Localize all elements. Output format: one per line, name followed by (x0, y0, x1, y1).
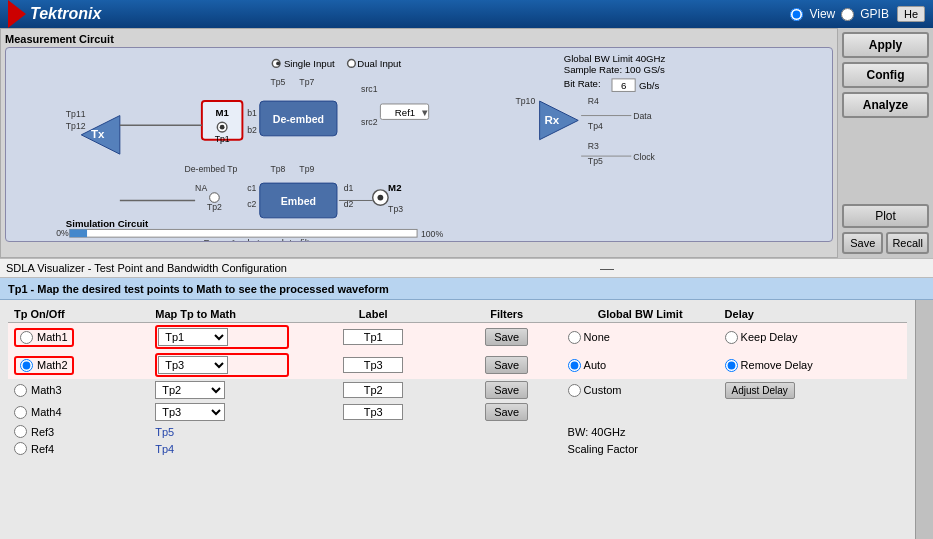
map-select-math3[interactable]: Tp1Tp2Tp3Tp4Tp5 (155, 381, 225, 399)
filter-cell-math2: Save (452, 351, 562, 379)
minimize-button[interactable]: — (600, 260, 614, 276)
plot-button[interactable]: Plot (842, 204, 929, 228)
label-cell-ref3 (295, 423, 452, 440)
math4-radio[interactable] (14, 406, 27, 419)
bottom-main: Tp On/Off Map Tp to Math Label Filters G… (0, 300, 915, 539)
map-select-math4[interactable]: Tp1Tp2Tp3Tp4Tp5 (155, 403, 225, 421)
sample-rate-text: Sample Rate: 100 GS/s (564, 64, 665, 75)
svg-point-42 (378, 195, 384, 201)
config-button[interactable]: Config (842, 62, 929, 88)
filter-cell-math4: Save (452, 401, 562, 423)
header: Tektronix View GPIB He (0, 0, 933, 28)
bw-cell-math4 (562, 401, 719, 423)
table-row: Math4 Tp1Tp2Tp3Tp4Tp5 Save (8, 401, 907, 423)
map-cell-math2: Tp1Tp2Tp3Tp4Tp5 (149, 351, 294, 379)
logo-text: Tektronix (30, 5, 101, 23)
gpib-radio[interactable] (841, 8, 854, 21)
adjust-delay-button[interactable]: Adjust Delay (725, 382, 795, 399)
label-cell-ref4 (295, 440, 452, 457)
none-radio[interactable] (568, 331, 581, 344)
svg-text:Embed: Embed (281, 195, 316, 207)
math1-label: Math1 (37, 331, 68, 343)
svg-text:Tp4: Tp4 (588, 121, 603, 131)
svg-text:src1: src1 (361, 84, 378, 94)
table-row: Math1 Tp1Tp2Tp3Tp4Tp5 Sa (8, 323, 907, 352)
keep-delay-radio[interactable] (725, 331, 738, 344)
svg-text:Tp8: Tp8 (270, 164, 285, 174)
map-cell-math4: Tp1Tp2Tp3Tp4Tp5 (149, 401, 294, 423)
delay-cell-math4 (719, 401, 907, 423)
circuit-diagram: Global BW Limit 40GHz Sample Rate: 100 G… (5, 47, 833, 242)
svg-text:c1: c1 (247, 183, 256, 193)
filter-save-math1[interactable]: Save (485, 328, 528, 346)
dual-input-label: Dual Input (357, 58, 401, 69)
label-input-math4[interactable] (343, 404, 403, 420)
label-input-math2[interactable] (343, 357, 403, 373)
ref4-radio[interactable] (14, 442, 27, 455)
svg-text:Ref1: Ref1 (395, 107, 415, 118)
map-select-math2[interactable]: Tp1Tp2Tp3Tp4Tp5 (158, 356, 228, 374)
global-bw-text: Global BW Limit 40GHz (564, 53, 666, 64)
bw-cell-math3: Custom (562, 379, 719, 401)
table-row: Ref4 Tp4 Scaling Factor (8, 440, 907, 457)
tp-cell-math4: Math4 (8, 401, 149, 423)
recall-button[interactable]: Recall (886, 232, 929, 254)
filter-save-math4[interactable]: Save (485, 403, 528, 421)
svg-point-32 (210, 193, 220, 203)
status-title: SDLA Visualizer - Test Point and Bandwid… (6, 262, 287, 274)
filter-save-math2[interactable]: Save (485, 356, 528, 374)
tp-cell-math2: Math2 (8, 351, 149, 379)
remove-delay-radio[interactable] (725, 359, 738, 372)
analyze-button[interactable]: Analyze (842, 92, 929, 118)
svg-text:Clock: Clock (633, 152, 655, 162)
auto-label: Auto (584, 359, 607, 371)
status-bar: SDLA Visualizer - Test Point and Bandwid… (0, 258, 933, 278)
custom-radio[interactable] (568, 384, 581, 397)
remove-delay-label: Remove Delay (741, 359, 813, 371)
svg-text:Tp2: Tp2 (207, 202, 222, 212)
svg-text:b1: b1 (247, 108, 257, 118)
svg-text:Tp3: Tp3 (388, 204, 403, 214)
table-row: Ref3 Tp5 BW: 40GHz (8, 423, 907, 440)
map-cell-math1: Tp1Tp2Tp3Tp4Tp5 (149, 323, 294, 352)
math3-radio[interactable] (14, 384, 27, 397)
save-button[interactable]: Save (842, 232, 883, 254)
math3-label: Math3 (31, 384, 62, 396)
circuit-title: Measurement Circuit (5, 33, 833, 45)
tp-cell-math3: Math3 (8, 379, 149, 401)
view-radio[interactable] (790, 8, 803, 21)
col-header-globalbw: Global BW Limit (562, 306, 719, 323)
label-input-math1[interactable] (343, 329, 403, 345)
apply-button[interactable]: Apply (842, 32, 929, 58)
svg-text:src2: src2 (361, 117, 378, 127)
tp-cell-math1: Math1 (8, 323, 149, 352)
svg-text:M1: M1 (215, 107, 229, 118)
filter-save-math3[interactable]: Save (485, 381, 528, 399)
delay-cell-math3: Adjust Delay (719, 379, 907, 401)
auto-radio[interactable] (568, 359, 581, 372)
none-label: None (584, 331, 610, 343)
label-input-math3[interactable] (343, 382, 403, 398)
svg-text:c2: c2 (247, 199, 256, 209)
help-button[interactable]: He (897, 6, 925, 22)
label-cell-math2 (295, 351, 452, 379)
map-select-math1[interactable]: Tp1Tp2Tp3Tp4Tp5 (158, 328, 228, 346)
svg-text:0%: 0% (56, 228, 69, 238)
bit-rate-label: Bit Rate: (564, 78, 601, 89)
svg-text:Tp9: Tp9 (299, 164, 314, 174)
svg-text:Simulation Circuit: Simulation Circuit (66, 218, 149, 229)
filter-cell-ref3 (452, 423, 562, 440)
keep-delay-label: Keep Delay (741, 331, 798, 343)
svg-text:De-embed Tp: De-embed Tp (185, 164, 238, 174)
svg-text:Tp12: Tp12 (66, 121, 86, 131)
gpib-label: GPIB (860, 7, 889, 21)
ref4-label: Ref4 (31, 443, 54, 455)
svg-text:Tp5: Tp5 (588, 156, 603, 166)
math2-radio[interactable] (20, 359, 33, 372)
label-cell-math4 (295, 401, 452, 423)
col-header-delay: Delay (719, 306, 907, 323)
delay-cell-ref3 (719, 423, 907, 440)
label-cell-math3 (295, 379, 452, 401)
math1-radio[interactable] (20, 331, 33, 344)
ref3-radio[interactable] (14, 425, 27, 438)
